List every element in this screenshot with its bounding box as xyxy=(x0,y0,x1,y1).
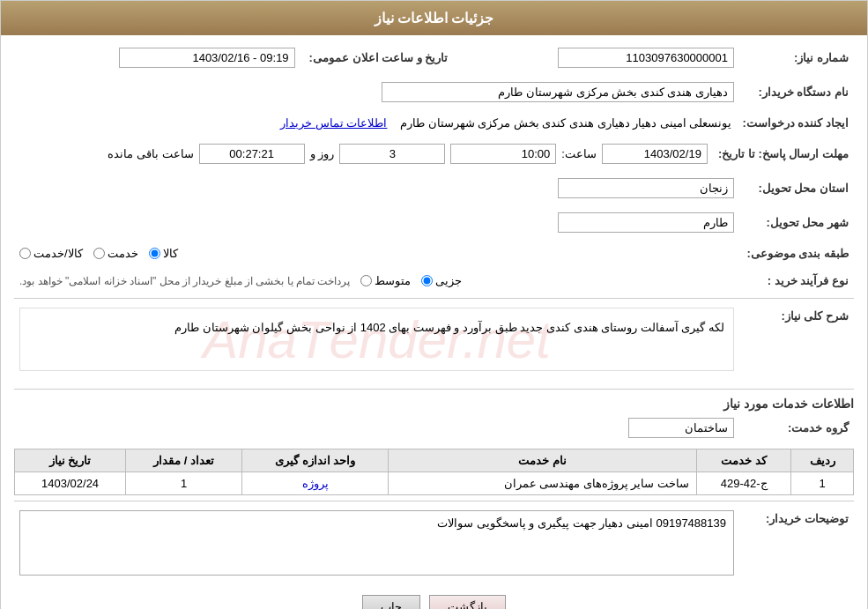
deadline-time-label: ساعت: xyxy=(561,147,597,160)
buyer-notes-table: توضیحات خریدار: xyxy=(14,507,854,582)
creator-value: یونسعلی امینی دهیار دهیاری هندی کندی بخش… xyxy=(14,113,737,133)
deadline-label: مهلت ارسال پاسخ: تا تاریخ: xyxy=(713,140,854,167)
category-label: طبقه بندی موضوعی: xyxy=(739,243,854,264)
cell-code: ج-42-429 xyxy=(696,472,790,495)
province-row: استان محل تحویل: زنجان xyxy=(14,175,854,202)
divider-1 xyxy=(14,298,854,299)
city-table: شهر محل تحویل: طارم xyxy=(14,209,854,236)
category-radio-group: کالا/خدمت خدمت کالا xyxy=(19,247,734,260)
purchase-type-value: پرداخت تمام یا بخشی از مبلغ خریدار از مح… xyxy=(14,271,739,291)
need-number-row: شماره نیاز: 1103097630000001 تاریخ و ساع… xyxy=(14,44,854,71)
top-info-table: شماره نیاز: 1103097630000001 تاریخ و ساع… xyxy=(14,44,854,71)
city-value: طارم xyxy=(14,209,739,236)
description-text: لکه گیری آسفالت روستای هندی کندی جدید طب… xyxy=(29,317,724,361)
purchase-medium-item: متوسط xyxy=(360,274,411,287)
buyer-notes-label: توضیحات خریدار: xyxy=(739,507,854,582)
announce-date-field: 09:19 - 1403/02/16 xyxy=(119,48,295,68)
creator-row: ایجاد کننده درخواست: یونسعلی امینی دهیار… xyxy=(14,113,854,133)
service-group-value: ساختمان xyxy=(14,414,739,442)
col-row-header: ردیف xyxy=(791,449,854,472)
buyer-notes-value xyxy=(14,507,739,582)
description-label: شرح کلی نیاز: xyxy=(739,304,854,382)
services-table-header: ردیف کد خدمت نام خدمت واحد اندازه گیری ت… xyxy=(15,449,854,472)
buyer-name-table: نام دستگاه خریدار: دهیاری هندی کندی بخش … xyxy=(14,78,854,106)
cell-row: 1 xyxy=(791,472,854,495)
need-number-field: 1103097630000001 xyxy=(558,48,734,68)
deadline-row-flex: 1403/02/19 ساعت: 10:00 3 روز و 00:27:21 … xyxy=(19,144,708,164)
category-goods-radio[interactable] xyxy=(149,248,160,259)
purchase-partial-radio[interactable] xyxy=(421,275,433,286)
service-group-table: گروه خدمت: ساختمان xyxy=(14,414,854,442)
col-code-header: کد خدمت xyxy=(696,449,790,472)
contact-link[interactable]: اطلاعات تماس خریدار xyxy=(280,116,387,130)
buyer-notes-textarea[interactable] xyxy=(19,510,734,576)
cell-count: 1 xyxy=(126,472,242,495)
divider-3 xyxy=(14,501,854,501)
purchase-partial-item: جزیی xyxy=(421,274,462,287)
cell-unit: پروژه xyxy=(242,472,389,495)
service-group-row: گروه خدمت: ساختمان xyxy=(14,414,854,442)
buyer-notes-row: توضیحات خریدار: xyxy=(14,507,854,582)
cell-name: ساخت سایر پروژه‌های مهندسی عمران xyxy=(389,472,697,495)
description-value: AnaТender.net لکه گیری آسفالت روستای هند… xyxy=(14,304,739,382)
purchase-type-radio-group: پرداخت تمام یا بخشی از مبلغ خریدار از مح… xyxy=(19,274,734,287)
back-button[interactable]: بازگشت xyxy=(429,595,506,609)
category-row: طبقه بندی موضوعی: کالا/خدمت خدمت کالا xyxy=(14,243,854,264)
service-group-field: ساختمان xyxy=(628,418,734,438)
province-value: زنجان xyxy=(14,175,739,202)
col-count-header: تعداد / مقدار xyxy=(126,449,242,472)
buyer-notes-wrapper xyxy=(19,510,734,578)
city-label: شهر محل تحویل: xyxy=(739,209,854,236)
announce-date-value: 09:19 - 1403/02/16 xyxy=(14,44,300,71)
description-watermark-area: AnaТender.net لکه گیری آسفالت روستای هند… xyxy=(19,308,734,371)
province-table: استان محل تحویل: زنجان xyxy=(14,175,854,202)
content-area: شماره نیاز: 1103097630000001 تاریخ و ساع… xyxy=(1,35,867,609)
creator-label: ایجاد کننده درخواست: xyxy=(737,113,854,133)
category-goods-service-item: کالا/خدمت xyxy=(19,247,83,260)
purchase-partial-label: جزیی xyxy=(435,274,462,287)
deadline-row: مهلت ارسال پاسخ: تا تاریخ: 1403/02/19 سا… xyxy=(14,140,854,167)
deadline-value: 1403/02/19 ساعت: 10:00 3 روز و 00:27:21 … xyxy=(14,140,713,167)
deadline-date-field: 1403/02/19 xyxy=(602,144,708,164)
cell-date: 1403/02/24 xyxy=(15,472,126,495)
purchase-type-table: نوع فرآیند خرید : پرداخت تمام یا بخشی از… xyxy=(14,271,854,291)
services-header-row: ردیف کد خدمت نام خدمت واحد اندازه گیری ت… xyxy=(15,449,854,472)
purchase-medium-radio[interactable] xyxy=(360,275,372,286)
announce-date-label: تاریخ و ساعت اعلان عمومی: xyxy=(300,44,454,71)
deadline-time-field: 10:00 xyxy=(450,144,556,164)
need-number-label: شماره نیاز: xyxy=(739,44,854,71)
province-label: استان محل تحویل: xyxy=(739,175,854,202)
page-header: جزئیات اطلاعات نیاز xyxy=(1,1,867,35)
header-title: جزئیات اطلاعات نیاز xyxy=(375,11,494,26)
city-row: شهر محل تحویل: طارم xyxy=(14,209,854,236)
purchase-type-row: نوع فرآیند خرید : پرداخت تمام یا بخشی از… xyxy=(14,271,854,291)
divider-2 xyxy=(14,389,854,390)
city-field: طارم xyxy=(558,212,734,233)
service-group-label: گروه خدمت: xyxy=(739,414,854,442)
creator-text: یونسعلی امینی دهیار دهیاری هندی کندی بخش… xyxy=(400,116,732,130)
deadline-table: مهلت ارسال پاسخ: تا تاریخ: 1403/02/19 سا… xyxy=(14,140,854,167)
need-number-value: 1103097630000001 xyxy=(453,44,739,71)
col-unit-header: واحد اندازه گیری xyxy=(242,449,389,472)
deadline-days-field: 3 xyxy=(339,144,445,164)
province-field: زنجان xyxy=(558,178,734,198)
remaining-time-label: ساعت باقی مانده xyxy=(108,147,193,160)
category-service-radio[interactable] xyxy=(93,248,105,259)
purchase-note-text: پرداخت تمام یا بخشی از مبلغ خریدار از مح… xyxy=(19,275,350,287)
col-date-header: تاریخ نیاز xyxy=(15,449,126,472)
table-row: 1 ج-42-429 ساخت سایر پروژه‌های مهندسی عم… xyxy=(15,472,854,495)
print-button[interactable]: چاپ xyxy=(362,595,420,609)
description-table: شرح کلی نیاز: AnaТender.net لکه گیری آسف… xyxy=(14,304,854,382)
category-goods-service-label: کالا/خدمت xyxy=(33,247,83,260)
deadline-days-label: روز و xyxy=(310,147,335,160)
category-service-label: خدمت xyxy=(108,247,138,260)
col-name-header: نام خدمت xyxy=(389,449,697,472)
services-info-title: اطلاعات خدمات مورد نیاز xyxy=(14,397,854,411)
category-goods-service-radio[interactable] xyxy=(19,248,31,259)
buyer-name-field: دهیاری هندی کندی بخش مرکزی شهرستان طارم xyxy=(382,82,734,102)
remaining-time-field: 00:27:21 xyxy=(199,144,305,164)
services-table: ردیف کد خدمت نام خدمت واحد اندازه گیری ت… xyxy=(14,449,854,495)
purchase-medium-label: متوسط xyxy=(375,274,411,287)
category-value: کالا/خدمت خدمت کالا xyxy=(14,243,739,264)
category-table: طبقه بندی موضوعی: کالا/خدمت خدمت کالا xyxy=(14,243,854,264)
